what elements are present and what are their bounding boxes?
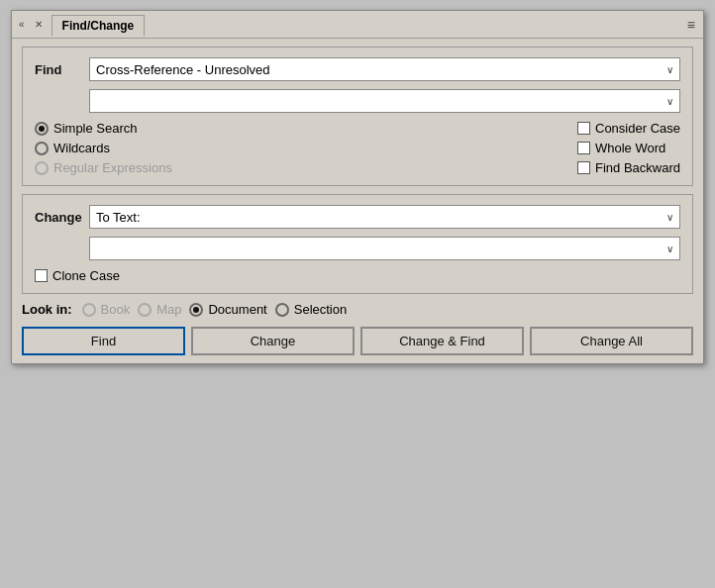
checkbox-consider-case-label: Consider Case — [595, 121, 680, 136]
change-value-dropdown[interactable]: ∨ — [89, 237, 680, 260]
radio-dot-simple — [39, 126, 45, 132]
lookin-selection-label: Selection — [294, 302, 347, 317]
checkbox-consider-case[interactable]: Consider Case — [577, 121, 680, 136]
find-search-arrow: ∨ — [666, 96, 673, 107]
find-change-tab[interactable]: Find/Change — [51, 15, 146, 37]
lookin-row: Look in: Book Map Document Selectio — [22, 302, 693, 317]
lookin-map-label: Map — [156, 302, 181, 317]
find-options-row: Simple Search Wildcards Regular Expressi… — [35, 121, 680, 175]
checkbox-box-whole-word — [577, 142, 590, 154]
find-type-dropdown[interactable]: Cross-Reference - Unresolved ∨ — [89, 57, 680, 81]
title-bar: « ✕ Find/Change ≡ — [12, 11, 703, 39]
dialog-body: Find Cross-Reference - Unresolved ∨ ∨ — [12, 39, 703, 363]
radio-wildcards[interactable]: Wildcards — [35, 141, 172, 155]
clone-case-label: Clone Case — [52, 268, 120, 283]
title-bar-controls: « ✕ — [16, 19, 46, 30]
radio-regex-label: Regular Expressions — [53, 160, 172, 175]
checkbox-box-find-backward — [577, 161, 590, 174]
change-type-dropdown[interactable]: To Text: ∨ — [89, 205, 680, 229]
radio-circle-selection — [275, 303, 289, 317]
menu-button[interactable]: ≡ — [683, 17, 699, 33]
find-search-dropdown[interactable]: ∨ — [89, 89, 680, 113]
change-value-arrow: ∨ — [666, 244, 673, 254]
change-type-value: To Text: — [96, 210, 141, 225]
radio-circle-document — [189, 303, 203, 317]
find-radio-group: Simple Search Wildcards Regular Expressi… — [35, 121, 172, 175]
change-type-arrow: ∨ — [666, 212, 673, 223]
clone-case-row[interactable]: Clone Case — [35, 268, 680, 283]
find-label: Find — [35, 62, 89, 77]
checkbox-clone-case[interactable] — [35, 269, 48, 282]
radio-regex: Regular Expressions — [35, 160, 172, 175]
find-change-dialog: « ✕ Find/Change ≡ Find Cross-Reference -… — [11, 10, 704, 364]
radio-circle-simple — [35, 122, 49, 136]
radio-simple-label: Simple Search — [53, 121, 138, 136]
change-value-row: ∨ — [35, 237, 680, 260]
find-search-row: ∨ — [35, 89, 680, 113]
checkbox-whole-word[interactable]: Whole Word — [577, 141, 665, 155]
find-button[interactable]: Find — [22, 327, 185, 355]
checkbox-find-backward-label: Find Backward — [595, 160, 680, 175]
checkbox-box-consider-case — [577, 122, 590, 135]
find-section: Find Cross-Reference - Unresolved ∨ ∨ — [22, 47, 693, 186]
lookin-document[interactable]: Document — [189, 302, 266, 317]
radio-dot-document — [193, 307, 199, 313]
find-checkbox-group: Consider Case Whole Word Find Backward — [577, 121, 680, 175]
change-button[interactable]: Change — [191, 327, 355, 355]
find-type-row: Find Cross-Reference - Unresolved ∨ — [35, 57, 680, 81]
checkbox-whole-word-label: Whole Word — [595, 141, 665, 155]
close-button[interactable]: ✕ — [32, 19, 46, 30]
lookin-document-label: Document — [208, 302, 266, 317]
radio-circle-book — [82, 303, 96, 317]
lookin-book-label: Book — [101, 302, 131, 317]
lookin-book: Book — [82, 302, 131, 317]
collapse-button[interactable]: « — [16, 19, 28, 30]
change-all-button[interactable]: Change All — [530, 327, 693, 355]
buttons-row: Find Change Change & Find Change All — [22, 327, 693, 355]
radio-circle-map — [138, 303, 152, 317]
radio-simple-search[interactable]: Simple Search — [35, 121, 172, 136]
title-bar-left: « ✕ Find/Change — [16, 14, 145, 36]
lookin-map: Map — [138, 302, 181, 317]
radio-wildcards-label: Wildcards — [53, 141, 110, 155]
find-type-value: Cross-Reference - Unresolved — [96, 62, 270, 77]
change-label: Change — [35, 210, 89, 225]
lookin-label: Look in: — [22, 302, 72, 317]
lookin-selection[interactable]: Selection — [275, 302, 347, 317]
radio-circle-wildcards — [35, 142, 49, 155]
radio-circle-regex — [35, 161, 49, 175]
checkbox-find-backward[interactable]: Find Backward — [577, 160, 680, 175]
change-find-button[interactable]: Change & Find — [360, 327, 524, 355]
change-section: Change To Text: ∨ ∨ Clone Case — [22, 194, 693, 294]
change-type-row: Change To Text: ∨ — [35, 205, 680, 229]
find-type-arrow: ∨ — [666, 64, 673, 75]
